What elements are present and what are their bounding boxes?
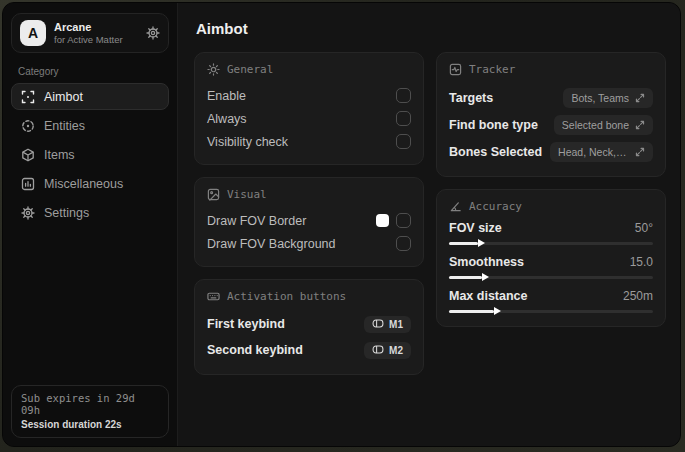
slider-fill[interactable] <box>449 310 494 313</box>
sidebar-item-label: Entities <box>44 119 85 133</box>
always-checkbox[interactable] <box>396 111 411 126</box>
tracker-row-bones-selected: Bones Selected Head, Neck, Body, Pe… <box>449 138 653 165</box>
dropdown-value: Head, Neck, Body, Pe… <box>558 146 629 158</box>
visual-card: Visual Draw FOV Border Draw FOV Backgrou… <box>194 177 424 267</box>
slider-fill[interactable] <box>449 242 478 245</box>
sidebar-item-miscellaneous[interactable]: Miscellaneous <box>11 170 169 197</box>
slider-max-distance: Max distance 250m <box>449 289 653 313</box>
angle-icon <box>449 200 462 213</box>
expand-icon <box>635 120 645 130</box>
sidebar-item-label: Aimbot <box>44 90 83 104</box>
brand-subtitle: for Active Matter <box>54 34 123 45</box>
max-distance-slider[interactable] <box>449 310 653 313</box>
slider-fov-size: FOV size 50° <box>449 221 653 245</box>
setting-label: Visibility check <box>207 135 288 149</box>
activity-icon <box>449 63 462 76</box>
section-title: Visual <box>227 188 267 201</box>
setting-label: Draw FOV Background <box>207 237 336 251</box>
sidebar-item-items[interactable]: Items <box>11 141 169 168</box>
brand-text: Arcane for Active Matter <box>54 21 123 45</box>
keybind-row-second: Second keybind M2 <box>207 337 411 363</box>
sidebar-item-settings[interactable]: Settings <box>11 199 169 226</box>
activation-card-header: Activation buttons <box>207 290 411 303</box>
slider-smoothness: Smoothness 15.0 <box>449 255 653 279</box>
dropdown-value: Selected bone <box>562 119 629 131</box>
activation-buttons-card: Activation buttons First keybind M1 <box>194 279 424 375</box>
section-title: Accuracy <box>469 200 522 213</box>
expand-icon <box>635 93 645 103</box>
tracker-label: Targets <box>449 91 493 105</box>
page-title: Aimbot <box>196 20 666 37</box>
fov-border-checkbox[interactable] <box>396 213 411 228</box>
main-content: Aimbot General Enable <box>178 3 680 446</box>
mouse-icon <box>372 319 384 330</box>
accuracy-card: Accuracy FOV size 50° Smoothness <box>436 189 666 327</box>
slider-label: Max distance <box>449 289 528 303</box>
keybind-value: M2 <box>389 345 403 356</box>
slider-value: 15.0 <box>630 255 653 269</box>
targets-dropdown[interactable]: Bots, Teams <box>563 88 653 108</box>
fov-background-checkbox[interactable] <box>396 236 411 251</box>
tracker-row-targets: Targets Bots, Teams <box>449 84 653 111</box>
slider-label: FOV size <box>449 221 502 235</box>
tracker-card: Tracker Targets Bots, Teams <box>436 52 666 177</box>
slider-label: Smoothness <box>449 255 524 269</box>
setting-row-always: Always <box>207 107 411 130</box>
fov-size-slider[interactable] <box>449 242 653 245</box>
cube-icon <box>21 148 35 162</box>
general-card-header: General <box>207 63 411 76</box>
gear-icon <box>21 206 35 220</box>
radar-icon <box>21 119 35 133</box>
visibility-check-checkbox[interactable] <box>396 134 411 149</box>
section-title: General <box>227 63 273 76</box>
session-duration-text: Session duration 22s <box>21 419 159 430</box>
sidebar-item-entities[interactable]: Entities <box>11 112 169 139</box>
cheat-menu-window: A Arcane for Active Matter Category Aimb… <box>2 2 681 447</box>
chart-panel-icon <box>21 177 35 191</box>
sidebar-item-label: Settings <box>44 206 89 220</box>
tracker-row-find-bone: Find bone type Selected bone <box>449 111 653 138</box>
gear-icon[interactable] <box>146 26 160 40</box>
subscription-status: Sub expires in 29d 09h Session duration … <box>11 385 169 438</box>
sidebar-item-label: Items <box>44 148 75 162</box>
left-column: General Enable Always Visibility check <box>194 52 424 375</box>
setting-row-enable: Enable <box>207 84 411 107</box>
accuracy-card-header: Accuracy <box>449 200 653 213</box>
first-keybind-button[interactable]: M1 <box>364 316 411 333</box>
expand-icon <box>635 147 645 157</box>
setting-row-fov-border: Draw FOV Border <box>207 209 411 232</box>
section-title: Activation buttons <box>227 290 346 303</box>
keybind-row-first: First keybind M1 <box>207 311 411 337</box>
fov-border-color-swatch[interactable] <box>376 214 389 227</box>
dropdown-value: Bots, Teams <box>571 92 629 104</box>
crosshair-icon <box>21 90 35 104</box>
brand-name: Arcane <box>54 21 123 33</box>
second-keybind-button[interactable]: M2 <box>364 342 411 359</box>
find-bone-type-dropdown[interactable]: Selected bone <box>554 115 653 135</box>
category-label: Category <box>18 66 169 77</box>
sidebar-item-aimbot[interactable]: Aimbot <box>11 83 169 110</box>
right-column: Tracker Targets Bots, Teams <box>436 52 666 327</box>
sun-icon <box>207 63 220 76</box>
slider-fill[interactable] <box>449 276 482 279</box>
setting-row-fov-background: Draw FOV Background <box>207 232 411 255</box>
tracker-card-header: Tracker <box>449 63 653 76</box>
image-icon <box>207 188 220 201</box>
slider-value: 50° <box>635 221 653 235</box>
sidebar-item-label: Miscellaneous <box>44 177 123 191</box>
brand-card: A Arcane for Active Matter <box>11 13 169 53</box>
section-title: Tracker <box>469 63 515 76</box>
tracker-label: Find bone type <box>449 118 538 132</box>
mouse-icon <box>372 345 384 356</box>
tracker-label: Bones Selected <box>449 145 542 159</box>
sub-expiry-text: Sub expires in 29d 09h <box>21 392 159 416</box>
bones-selected-dropdown[interactable]: Head, Neck, Body, Pe… <box>550 142 653 162</box>
sidebar: A Arcane for Active Matter Category Aimb… <box>3 3 178 446</box>
visual-card-header: Visual <box>207 188 411 201</box>
smoothness-slider[interactable] <box>449 276 653 279</box>
keyboard-icon <box>207 290 220 303</box>
keybind-value: M1 <box>389 319 403 330</box>
enable-checkbox[interactable] <box>396 88 411 103</box>
brand-logo: A <box>20 20 46 46</box>
general-card: General Enable Always Visibility check <box>194 52 424 165</box>
